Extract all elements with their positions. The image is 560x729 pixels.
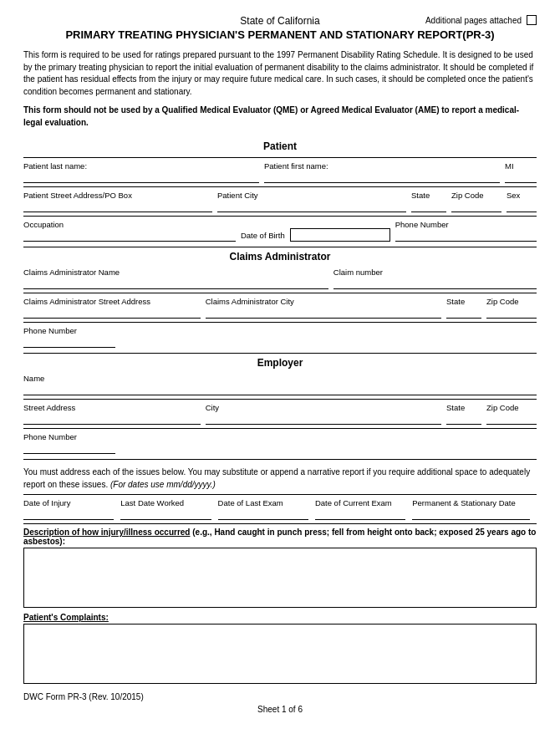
info-text: You must address each of the issues belo…	[23, 466, 537, 491]
employer-state-label: State	[446, 403, 481, 412]
employer-city-field[interactable]	[206, 413, 441, 425]
intro-text: This form is required to be used for rat…	[23, 49, 537, 98]
employer-top-divider	[23, 353, 537, 354]
claims-name-label: Claims Administrator Name	[23, 268, 328, 277]
patient-zip-label: Zip Code	[451, 191, 501, 200]
claims-name-divider	[23, 293, 537, 293]
last-exam-label: Date of Last Exam	[218, 498, 308, 507]
injury-date-label: Date of Injury	[23, 498, 114, 507]
employer-city-group: City	[206, 403, 441, 425]
warning-text: This form should not be used by a Qualif…	[23, 105, 537, 129]
claims-phone-field[interactable]	[23, 336, 115, 348]
claims-number-field[interactable]	[333, 278, 537, 289]
dates-divider	[23, 494, 537, 495]
claims-state-field[interactable]	[446, 307, 481, 319]
patient-state-group: State	[411, 191, 446, 212]
employer-phone-row: Phone Number	[23, 432, 537, 454]
claims-state-label: State	[446, 297, 481, 306]
employer-name-field[interactable]	[23, 384, 537, 395]
employer-phone-label: Phone Number	[23, 432, 537, 441]
employer-name-row: Name	[23, 374, 537, 395]
claims-number-group: Claim number	[333, 268, 537, 289]
patient-last-name-label: Patient last name:	[23, 161, 259, 171]
description-label: Description of how injury/illness occurr…	[23, 528, 537, 546]
ps-date-field[interactable]	[412, 508, 530, 520]
last-exam-field[interactable]	[218, 508, 308, 520]
claims-top-divider	[23, 247, 537, 247]
occupation-group: Occupation	[23, 220, 236, 242]
phone-group: Phone Number	[395, 220, 537, 242]
description-text-area[interactable]	[23, 548, 537, 608]
current-exam-field[interactable]	[315, 508, 405, 520]
employer-name-label: Name	[23, 374, 537, 383]
claims-name-field[interactable]	[23, 278, 328, 289]
patient-address-field[interactable]	[23, 201, 212, 212]
claims-zip-group: Zip Code	[486, 297, 537, 319]
occupation-field[interactable]	[23, 230, 236, 242]
patient-top-divider	[23, 157, 537, 158]
phone-field[interactable]	[395, 230, 537, 242]
patient-first-name-group: Patient first name:	[264, 161, 500, 183]
claims-phone-label: Phone Number	[23, 326, 537, 335]
claims-phone-row: Phone Number	[23, 326, 537, 348]
employer-street-group: Street Address	[23, 403, 201, 425]
claims-street-field[interactable]	[23, 307, 201, 319]
form-id: DWC Form PR-3 (Rev. 10/2015)	[23, 692, 144, 701]
main-title: PRIMARY TREATING PHYSICIAN'S PERMANENT A…	[23, 28, 537, 41]
patient-mi-field[interactable]	[505, 171, 537, 183]
ps-date-group: Permanent & Stationary Date	[412, 498, 530, 520]
claims-city-field[interactable]	[206, 307, 441, 319]
employer-zip-label: Zip Code	[486, 403, 537, 412]
patient-section-title: Patient	[23, 140, 537, 152]
last-exam-group: Date of Last Exam	[218, 498, 308, 520]
employer-state-field[interactable]	[446, 413, 481, 425]
current-exam-label: Date of Current Exam	[315, 498, 405, 507]
patient-state-field[interactable]	[411, 201, 446, 212]
employer-phone-field[interactable]	[23, 442, 115, 454]
patient-city-group: Patient City	[217, 191, 406, 212]
claims-number-label: Claim number	[333, 268, 537, 277]
issues-divider	[23, 459, 537, 460]
dates-row: Date of Injury Last Date Worked Date of …	[23, 498, 537, 520]
claims-zip-label: Zip Code	[486, 297, 537, 306]
state-title: State of California	[240, 15, 319, 27]
claims-addr-divider	[23, 322, 537, 323]
patient-first-name-label: Patient first name:	[264, 161, 500, 171]
patient-last-name-group: Patient last name:	[23, 161, 259, 183]
patient-address-group: Patient Street Address/PO Box	[23, 191, 212, 212]
patient-zip-field[interactable]	[451, 201, 501, 212]
dob-field[interactable]	[290, 228, 390, 242]
additional-pages-checkbox[interactable]	[527, 15, 537, 25]
footer: DWC Form PR-3 (Rev. 10/2015)	[23, 692, 537, 701]
patient-sex-field[interactable]	[507, 201, 537, 212]
additional-pages-text: Additional pages attached	[425, 16, 522, 25]
patient-mi-group: MI	[505, 161, 537, 183]
claims-street-group: Claims Administrator Street Address	[23, 297, 201, 319]
employer-city-label: City	[206, 403, 441, 412]
patient-mi-label: MI	[505, 161, 537, 171]
employer-address-row: Street Address City State Zip Code	[23, 403, 537, 425]
employer-state-group: State	[446, 403, 481, 425]
last-worked-field[interactable]	[120, 508, 211, 520]
patient-first-name-field[interactable]	[264, 171, 500, 183]
patient-city-field[interactable]	[217, 201, 406, 212]
employer-zip-group: Zip Code	[486, 403, 537, 425]
employer-zip-field[interactable]	[486, 413, 537, 425]
patient-address-row: Patient Street Address/PO Box Patient Ci…	[23, 191, 537, 212]
claims-zip-field[interactable]	[486, 307, 537, 319]
claims-name-row: Claims Administrator Name Claim number	[23, 268, 537, 289]
ps-date-label: Permanent & Stationary Date	[412, 498, 530, 507]
occupation-label: Occupation	[23, 220, 236, 229]
date-format-note: (For dates use mm/dd/yyyy.)	[110, 480, 216, 489]
patient-sex-group: Sex	[507, 191, 537, 212]
patients-complaints-text-area[interactable]	[23, 624, 537, 684]
injury-date-field[interactable]	[23, 508, 114, 520]
patient-last-name-field[interactable]	[23, 171, 259, 183]
phone-label: Phone Number	[395, 220, 537, 229]
patient-name-row: Patient last name: Patient first name: M…	[23, 161, 537, 183]
sheet-number: Sheet 1 of 6	[23, 705, 537, 714]
employer-street-field[interactable]	[23, 413, 201, 425]
patient-city-label: Patient City	[217, 191, 406, 200]
claims-city-label: Claims Administrator City	[206, 297, 441, 306]
patient-address-label: Patient Street Address/PO Box	[23, 191, 212, 200]
